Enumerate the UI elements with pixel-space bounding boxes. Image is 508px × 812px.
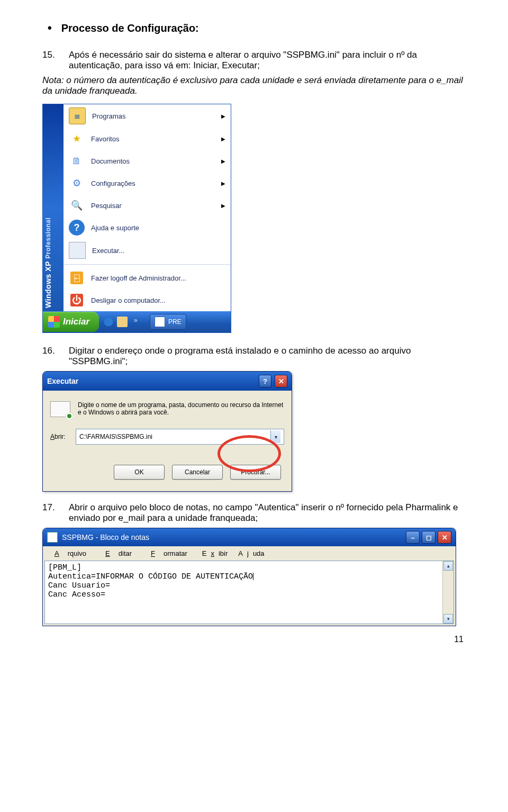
submenu-arrow-icon: ▶ — [221, 158, 225, 164]
run-title-text: Executar — [47, 377, 78, 385]
programs-icon — [69, 107, 86, 124]
minimize-button[interactable]: – — [406, 531, 420, 544]
start-item-label: Configurações — [91, 179, 135, 187]
task-label: PRE — [168, 318, 182, 326]
start-item-configuracoes[interactable]: ⚙ Configurações ▶ — [64, 172, 231, 194]
start-menu-screenshot: Windows XP Professional Programas ▶ ★ Fa… — [42, 104, 231, 333]
vertical-scrollbar[interactable]: ▴ ▾ — [442, 561, 453, 624]
brand-xp: Windows XP — [44, 261, 52, 308]
ie-icon[interactable] — [103, 317, 114, 327]
start-item-ajuda[interactable]: ? Ajuda e suporte — [64, 216, 231, 239]
brand-professional: Professional — [44, 218, 52, 259]
close-button[interactable]: ✕ — [275, 375, 287, 387]
start-item-label: Favoritos — [91, 135, 119, 143]
submenu-arrow-icon: ▶ — [221, 113, 225, 119]
start-item-label: Programas — [92, 112, 126, 120]
step-16: 16. Digitar o endereço onde o programa e… — [42, 346, 466, 367]
start-menu-brand-strip: Windows XP Professional — [43, 104, 64, 311]
step-15-text: Após é necessário sair do sistema e alte… — [69, 50, 466, 71]
start-item-programas[interactable]: Programas ▶ — [64, 104, 231, 128]
step-17-number: 17. — [42, 502, 69, 524]
step-15-number: 15. — [42, 50, 69, 71]
close-button[interactable]: ✕ — [438, 531, 451, 544]
start-button-label: Iniciar — [63, 317, 89, 327]
run-description: Digite o nome de um programa, pasta, doc… — [78, 401, 284, 416]
notepad-titlebar: SSPBMG - Bloco de notas – ◻ ✕ — [43, 528, 456, 546]
start-item-label: Desligar o computador... — [91, 296, 166, 304]
cancel-button[interactable]: Cancelar — [172, 465, 223, 480]
scroll-down-icon[interactable]: ▾ — [443, 614, 453, 624]
taskbar: Iniciar » PRE — [43, 311, 231, 332]
help-icon: ? — [69, 220, 85, 236]
notepad-icon — [47, 532, 58, 543]
start-item-label: Executar... — [92, 247, 124, 255]
section-heading: Processo de Configuração: — [48, 21, 466, 35]
start-button[interactable]: Iniciar — [43, 312, 99, 332]
submenu-arrow-icon: ▶ — [221, 181, 225, 186]
taskbar-task[interactable]: PRE — [150, 314, 186, 330]
notepad-title-text: SSPBMG - Bloco de notas — [62, 533, 149, 542]
ok-button[interactable]: OK — [114, 465, 165, 480]
menu-editar[interactable]: Editar — [97, 548, 140, 558]
start-item-documentos[interactable]: 🗎 Documentos ▶ — [64, 150, 231, 172]
menu-separator — [64, 264, 231, 265]
step-15: 15. Após é necessário sair do sistema e … — [42, 50, 466, 71]
start-item-pesquisar[interactable]: 🔍 Pesquisar ▶ — [64, 194, 231, 216]
run-dialog: Executar ? ✕ Digite o nome de um program… — [42, 371, 292, 492]
start-item-executar[interactable]: Executar... — [64, 239, 231, 262]
logoff-icon: ⍇ — [69, 270, 85, 286]
run-titlebar: Executar ? ✕ — [43, 372, 292, 391]
windows-logo-icon — [48, 316, 60, 328]
dropdown-arrow-icon[interactable]: ▾ — [270, 430, 280, 443]
start-item-label: Pesquisar — [91, 202, 122, 210]
page-number: 11 — [42, 635, 466, 644]
run-icon — [69, 242, 86, 259]
start-item-label: Documentos — [91, 157, 130, 165]
menu-arquivo[interactable]: Arquivo — [46, 548, 95, 558]
quicklaunch: » — [103, 317, 144, 327]
step-17: 17. Abrir o arquivo pelo bloco de notas,… — [42, 502, 466, 524]
step-16-text: Digitar o endereço onde o programa está … — [69, 346, 466, 367]
text-cursor — [253, 573, 253, 580]
browse-button[interactable]: Procurar... — [230, 465, 281, 480]
documents-icon: 🗎 — [69, 153, 85, 169]
help-button[interactable]: ? — [259, 375, 271, 387]
submenu-arrow-icon: ▶ — [221, 136, 225, 142]
start-item-label: Fazer logoff de Administrador... — [91, 274, 186, 282]
notepad-window: SSPBMG - Bloco de notas – ◻ ✕ Arquivo Ed… — [42, 528, 456, 626]
step-17-text: Abrir o arquivo pelo bloco de notas, no … — [69, 502, 466, 524]
note-text: Nota: o número da autenticação é exclusi… — [42, 75, 466, 96]
favorites-icon: ★ — [69, 131, 85, 147]
run-dialog-icon — [50, 401, 70, 417]
start-item-favoritos[interactable]: ★ Favoritos ▶ — [64, 128, 231, 150]
notepad-menubar: Arquivo Editar Formatar Exibir Ajuda — [43, 546, 456, 561]
settings-icon: ⚙ — [69, 175, 85, 191]
chevron-icon[interactable]: » — [134, 317, 144, 327]
open-value: C:\FARMAIS\SSPBMG.ini — [79, 433, 152, 440]
start-item-label: Ajuda e suporte — [91, 224, 139, 232]
open-label: Abrir: — [50, 433, 71, 440]
start-item-shutdown[interactable]: ⏻ Desligar o computador... — [64, 289, 231, 311]
notepad-text-area[interactable]: [PBM_L] Autentica=INFORMAR O CÓDIGO DE A… — [45, 561, 442, 624]
word-icon — [155, 317, 165, 327]
menu-ajuda[interactable]: Ajuda — [234, 548, 268, 558]
mail-icon[interactable] — [117, 317, 128, 327]
search-icon: 🔍 — [69, 197, 85, 213]
shutdown-icon: ⏻ — [69, 292, 85, 308]
step-16-number: 16. — [42, 346, 69, 367]
scroll-up-icon[interactable]: ▴ — [443, 561, 453, 571]
start-item-logoff[interactable]: ⍇ Fazer logoff de Administrador... — [64, 267, 231, 289]
menu-exibir[interactable]: Exibir — [198, 548, 232, 558]
submenu-arrow-icon: ▶ — [221, 203, 225, 209]
open-combobox[interactable]: C:\FARMAIS\SSPBMG.ini ▾ — [76, 429, 284, 445]
maximize-button[interactable]: ◻ — [422, 531, 436, 544]
start-menu-items: Programas ▶ ★ Favoritos ▶ 🗎 Documentos ▶… — [64, 104, 231, 311]
menu-formatar[interactable]: Formatar — [142, 548, 196, 558]
